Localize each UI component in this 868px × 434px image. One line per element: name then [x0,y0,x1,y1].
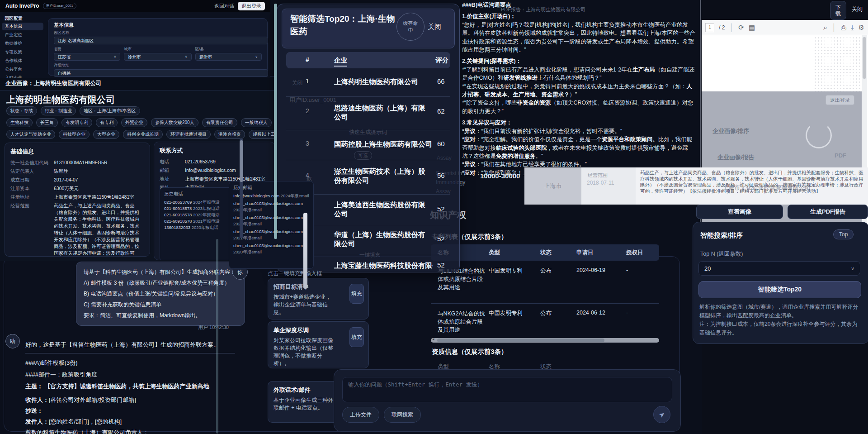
search-icon[interactable]: ⌕ [823,23,827,32]
sidebar-item[interactable]: 产业定位 [2,31,43,39]
score-cell: 66 [437,77,445,85]
scrollbar-thumb[interactable] [240,140,243,182]
generate-pdf-button[interactable]: 生成PDF报告 [788,205,868,219]
sidebar-item[interactable]: 专项政策 [2,48,43,56]
upload-file-button[interactable]: 上传文件 [342,407,379,423]
scroll-left-arrow-icon[interactable]: ◂ [432,337,434,341]
col-grant-date: 授权日 [626,249,643,257]
overlay-caption-2: 企业画像/报告 [717,153,755,162]
patent-status: 公布 [540,310,552,317]
fill-button[interactable]: 填充 [349,284,364,304]
history-email-item: chen_chao0103@wuxibiologics.com 2022年报em… [233,215,309,227]
question-input[interactable] [342,377,672,402]
field-value: Info@wuxibiologics.com [185,167,236,174]
history-phone-item: 021-60918578 2023年报电话 [164,205,231,212]
top20-row[interactable]: 3 国药控股上海生物医药有限公司 60 [286,130,450,160]
logout-ghost-button[interactable]: 退出登录 [826,95,854,105]
history-phone-item: 13601832033 2020年报电话 [164,224,231,231]
top20-row[interactable]: 1 上海药明生物医药有限公司 66 [286,68,450,97]
fill-button[interactable]: 填充 [349,327,364,347]
drawer-scrollbar[interactable] [240,138,243,238]
park-name-input[interactable]: 江苏-名城高新园区 [54,37,268,44]
status-tag-row: 状态：存续 行业：制造业 地区：上海/上海市/奉贤区 [6,106,274,115]
nav-back-button[interactable]: 返回对话 [214,3,234,10]
rank-cell: 1 [306,77,309,85]
user-message-line: A) 邮件模板 3 份（政策吸引/产业链配套/成本优势三种角度） [84,277,237,288]
markdown-divider [25,353,235,353]
sidebar-item[interactable]: 入驻企业 [2,74,43,78]
scrollbar-thumb[interactable] [863,37,866,79]
company-tag: 外贸企业 [121,118,147,127]
scene-card-target-list[interactable]: 招商目标清单 按城市+赛道筛选企业，输出企业清单与基础信息。 填充 [268,278,369,320]
send-button[interactable]: ➤ [653,406,670,423]
history-phone-item: 021-60918578 2022年报电话 [164,212,231,218]
view-profile-button[interactable]: 查看画像 [696,205,783,219]
company-column-header[interactable]: 企业 [334,56,347,67]
top20-row[interactable]: 2 思路迪生物医药（上海）有限公司 62 [286,96,450,130]
field-label: 统一社会信用代码 [10,159,54,166]
field-label: 注册资本 [10,185,54,192]
outreach-doc: ###B)电话沟通要点 1.价值主张(开场白)： “您好，是[对方姓名]吗？我是… [462,1,699,169]
white-scrollbar-track[interactable] [303,213,307,289]
rank-column-header: # [306,56,309,63]
pages-view-icon[interactable]: ▤ [749,23,755,32]
page-number-input[interactable]: 1 [705,23,714,32]
field-label: 经营范围 [10,202,54,257]
profile-bar: 企业画像：上海药明生物医药有限公司 [0,76,276,91]
print-icon[interactable]: ⎙ [841,23,846,32]
sidebar-item[interactable]: 数据维护 [2,40,43,48]
top20-close-button[interactable]: 关闭 [428,23,441,31]
settings-gear-icon[interactable]: ⚙ [859,23,864,32]
chat-input-panel: 上传文件 联网搜索 ➤ [334,369,681,432]
company-tag: 参保人数突破200人 [151,118,198,127]
user-message-line: C) 需要补充获取的关键信息清单 [84,299,237,310]
district-select[interactable]: 新沂市∨ [195,53,262,61]
user-message-line: B) 电话沟通要点（价值主张/关键提问/常见异议与应对） [84,288,237,299]
doc-line: 是合作CMO）和研发管线推进上有什么具体的规划吗？” [462,74,699,82]
doc-line: *“除了资金支持，哪些非资金的资源（如顶尖CRO对接、临床资源协调、政策快速通道… [462,99,699,107]
history-phone-item: 021-20653769 2024年报电话 [164,199,231,205]
web-search-button[interactable]: 联网搜索 [384,407,421,423]
score-cell: 60 [437,140,445,148]
history-phone-card: 历史电话 021-20653769 2024年报电话 021-60918578 … [160,187,236,260]
rotate-icon[interactable]: ⟳ [738,23,744,32]
doc-line: 1.价值主张(开场白)： [462,12,699,20]
province-select[interactable]: 江苏省∨ [54,53,120,61]
logout-button[interactable]: 退出登录 [238,2,265,10]
topn-select[interactable]: 20 ∨ [698,261,860,276]
field-label: 注册地址 [10,194,54,200]
sidebar-item-basic[interactable]: 基本信息 [2,23,43,30]
assistant-line: 主题： 【官方支持】诚邀科笛生物医药，共筑上海生物医药产业新高地 [25,381,209,392]
scrollbar-thumb[interactable] [437,339,604,342]
teal-scrollbar-track[interactable] [274,4,277,239]
park-config-window: Auto InvePro 用户ID:user_0001 返回对话 退出登录 园区… [0,0,270,78]
address-input[interactable]: 自强路 [54,69,268,77]
province-label: 省份 [54,47,120,52]
tag-row-2: 人才认定与资助企业 科技型企业 大型企业 科创企业成长期 环评审批通过项目 港澳… [6,130,274,139]
history-email-title: 历史邮箱 [233,185,309,191]
smart-filter-button[interactable]: 智能筛选Top20 [698,281,861,298]
scene-card-desc: 对某家公司拉取深度画像数据并结构化输出（仅整理润色，不做推断分析）。 [274,337,333,367]
strip-scope-cell: 经营范围 2018-07-11 [581,167,636,205]
top20-table-header: # 企业 评分 [286,52,450,68]
scene-card-due-diligence[interactable]: 单企深度尽调 对某家公司拉取深度画像数据并结构化输出（仅整理润色，不做推断分析）… [268,321,369,368]
strip-range-value: 10000-30000 [480,172,520,180]
company-tag: 有专利 [96,118,118,127]
score-cell: 52 [437,205,445,213]
field-value: 药品生产，与上述产品同类商品、食品（粮食除外）的批发、进出口，并提供相关配套服务… [54,202,142,257]
patent-table: 名称 类型 状态 申请日 授权日 与LILRB1结合的抗体或抗原结合片段及其用途… [431,244,659,335]
sidebar-item[interactable]: 合作载体 [2,57,43,65]
strip-scope-label: 经营范围 [588,172,636,179]
app-titlebar: Auto InvePro 用户ID:user_0001 返回对话 退出登录 [0,0,270,12]
pdf-download-button[interactable]: 下载 [830,1,846,20]
patent-row[interactable]: 与LILRB1结合的抗体或抗原结合片段及其用途 中国发明专利 公布 2024-0… [431,261,659,304]
pdf-close-button[interactable]: 关闭 [852,5,863,13]
col-type: 类型 [489,249,500,257]
city-select[interactable]: 徐州市∨ [124,53,191,61]
assistant-line: 收件人：[科笛公司对外邮箱/投资部门邮箱] [25,395,136,405]
rank-cell: 3 [306,140,309,147]
patent-table-hscrollbar[interactable]: ◂ [431,338,659,343]
save-icon[interactable]: ⤓ [851,23,854,32]
sidebar-item[interactable]: 公共平台 [2,66,43,73]
field-value: 021-20653769 [185,158,216,165]
